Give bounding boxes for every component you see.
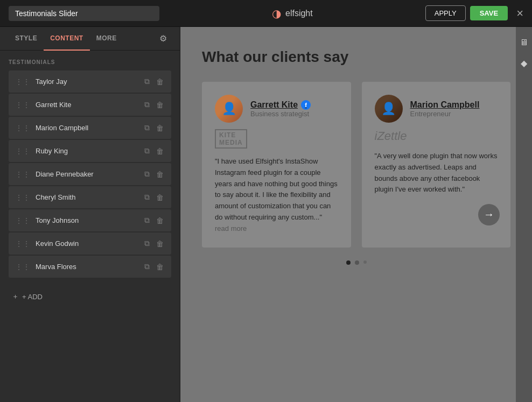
delete-button[interactable]: 🗑 (155, 122, 165, 133)
section-label: TESTIMONIALS (9, 59, 171, 65)
close-button[interactable]: × (516, 6, 523, 20)
widget-title-input[interactable] (9, 6, 159, 21)
item-name: Diane Pennebaker (36, 170, 143, 178)
drag-handle-icon: ⋮⋮ (15, 193, 30, 202)
read-more-link-1[interactable]: read more (215, 224, 247, 232)
avatar-2: 👤 (375, 95, 403, 123)
item-name: Ruby King (36, 147, 143, 155)
copy-button[interactable]: ⧉ (143, 145, 151, 157)
tab-more[interactable]: MORE (90, 27, 123, 51)
logo-text: elfsight (285, 9, 313, 18)
device-icon: ◆ (521, 58, 527, 68)
copy-button[interactable]: ⧉ (143, 261, 151, 272)
item-name: Marva Flores (36, 263, 143, 271)
card-role-1: Business strategist (250, 110, 311, 118)
item-actions: ⧉ 🗑 (143, 215, 165, 226)
delete-button[interactable]: 🗑 (155, 168, 165, 180)
save-button[interactable]: SAVE (470, 6, 508, 20)
list-item[interactable]: ⋮⋮ Diane Pennebaker ⧉ 🗑 (9, 163, 171, 185)
list-item[interactable]: ⋮⋮ Tony Johnson ⧉ 🗑 (9, 209, 171, 231)
card-role-2: Entrepreneur (410, 110, 480, 118)
copy-button[interactable]: ⧉ (143, 238, 151, 249)
drag-handle-icon: ⋮⋮ (15, 239, 30, 248)
card-name-2: Marion Campbell (410, 100, 480, 110)
brand-kite-text: KITEMEDIA (215, 129, 247, 149)
delete-button[interactable]: 🗑 (155, 99, 165, 110)
header-buttons: APPLY SAVE × (425, 5, 523, 21)
delete-button[interactable]: 🗑 (155, 215, 165, 226)
drag-handle-icon: ⋮⋮ (15, 77, 30, 86)
list-item[interactable]: ⋮⋮ Ruby King ⧉ 🗑 (9, 140, 171, 162)
drag-handle-icon: ⋮⋮ (15, 216, 30, 225)
brand-izettle-text: iZettle (375, 129, 407, 143)
list-item[interactable]: ⋮⋮ Cheryl Smith ⧉ 🗑 (9, 186, 171, 208)
item-actions: ⧉ 🗑 (143, 145, 165, 157)
list-item[interactable]: ⋮⋮ Kevin Godwin ⧉ 🗑 (9, 232, 171, 255)
add-label: + ADD (22, 293, 43, 301)
dot-1[interactable] (346, 260, 351, 265)
apply-button[interactable]: APPLY (425, 5, 466, 21)
drag-handle-icon: ⋮⋮ (15, 101, 30, 109)
testimonials-preview: 👤 Garrett Kite f Business strategist KIT… (202, 82, 510, 248)
drag-handle-icon: ⋮⋮ (15, 124, 30, 132)
add-testimonial-button[interactable]: ＋ + ADD (9, 288, 171, 305)
facebook-icon: f (301, 100, 311, 110)
pagination-dots (202, 260, 510, 265)
avatar-face-1: 👤 (215, 95, 243, 123)
logo: ◑ elfsight (272, 7, 313, 20)
dot-2[interactable] (355, 260, 359, 265)
card-info-2: Marion Campbell Entrepreneur (410, 100, 480, 118)
next-arrow-button[interactable]: → (478, 204, 500, 225)
top-bar: ◑ elfsight APPLY SAVE × (0, 0, 532, 27)
item-name: Marion Campbell (36, 124, 143, 132)
dot-3[interactable] (363, 260, 367, 264)
tabs-bar: STYLE CONTENT MORE ⚙ (0, 27, 180, 51)
item-actions: ⧉ 🗑 (143, 238, 165, 249)
delete-button[interactable]: 🗑 (155, 192, 165, 203)
card-header-1: 👤 Garrett Kite f Business strategist (215, 95, 338, 123)
left-panel: STYLE CONTENT MORE ⚙ TESTIMONIALS ⋮⋮ Tay… (0, 27, 180, 402)
brand-logo-2: iZettle (375, 129, 498, 143)
list-item[interactable]: ⋮⋮ Taylor Jay ⧉ 🗑 (9, 70, 171, 93)
copy-button[interactable]: ⧉ (143, 192, 151, 203)
delete-button[interactable]: 🗑 (155, 76, 165, 87)
item-name: Garrett Kite (36, 101, 143, 109)
tab-style[interactable]: STYLE (9, 27, 44, 51)
item-name: Taylor Jay (36, 77, 143, 86)
copy-button[interactable]: ⧉ (143, 122, 151, 133)
add-icon: ＋ (12, 292, 19, 301)
settings-gear-icon[interactable]: ⚙ (155, 29, 171, 48)
main-layout: STYLE CONTENT MORE ⚙ TESTIMONIALS ⋮⋮ Tay… (0, 27, 532, 402)
copy-button[interactable]: ⧉ (143, 168, 151, 180)
delete-button[interactable]: 🗑 (155, 261, 165, 272)
copy-button[interactable]: ⧉ (143, 76, 151, 87)
avatar-face-2: 👤 (375, 95, 403, 123)
item-actions: ⧉ 🗑 (143, 192, 165, 203)
testimonials-section: TESTIMONIALS ⋮⋮ Taylor Jay ⧉ 🗑 ⋮⋮ Garret… (0, 51, 180, 282)
delete-button[interactable]: 🗑 (155, 145, 165, 157)
card-info-1: Garrett Kite f Business strategist (250, 100, 311, 118)
copy-button[interactable]: ⧉ (143, 99, 151, 110)
tab-content[interactable]: CONTENT (44, 27, 90, 51)
item-actions: ⧉ 🗑 (143, 76, 165, 87)
preview-panel: What our clients say 👤 Garrett Kite f (180, 27, 532, 402)
card-text-2: "A very well done plugin that now works … (375, 151, 498, 195)
right-edge-panel: 🖥 ◆ (516, 27, 532, 402)
item-actions: ⧉ 🗑 (143, 122, 165, 133)
item-actions: ⧉ 🗑 (143, 261, 165, 272)
testimonial-card-1: 👤 Garrett Kite f Business strategist KIT… (202, 82, 351, 248)
list-item[interactable]: ⋮⋮ Marva Flores ⧉ 🗑 (9, 256, 171, 278)
card-header-2: 👤 Marion Campbell Entrepreneur (375, 95, 498, 123)
monitor-icon: 🖥 (520, 38, 528, 47)
item-actions: ⧉ 🗑 (143, 168, 165, 180)
list-item[interactable]: ⋮⋮ Garrett Kite ⧉ 🗑 (9, 94, 171, 116)
avatar-1: 👤 (215, 95, 243, 123)
copy-button[interactable]: ⧉ (143, 215, 151, 226)
drag-handle-icon: ⋮⋮ (15, 263, 30, 271)
list-item[interactable]: ⋮⋮ Marion Campbell ⧉ 🗑 (9, 117, 171, 139)
preview-title: What our clients say (202, 48, 510, 66)
item-actions: ⧉ 🗑 (143, 99, 165, 110)
delete-button[interactable]: 🗑 (155, 238, 165, 249)
item-name: Tony Johnson (36, 216, 143, 224)
item-name: Cheryl Smith (36, 193, 143, 201)
